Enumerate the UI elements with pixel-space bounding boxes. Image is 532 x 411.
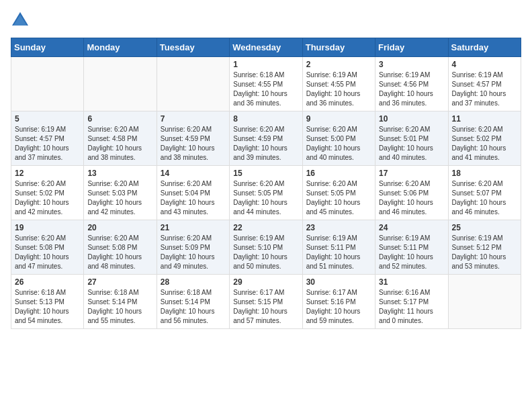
day-info: Sunrise: 6:20 AM Sunset: 4:58 PM Dayligh… (87, 125, 152, 163)
day-number: 20 (87, 223, 152, 232)
day-info: Sunrise: 6:20 AM Sunset: 5:07 PM Dayligh… (452, 179, 517, 217)
calendar-cell (84, 57, 157, 111)
calendar-week-2: 5Sunrise: 6:19 AM Sunset: 4:57 PM Daylig… (11, 111, 521, 166)
day-info: Sunrise: 6:20 AM Sunset: 5:01 PM Dayligh… (379, 125, 444, 163)
day-info: Sunrise: 6:18 AM Sunset: 5:14 PM Dayligh… (161, 288, 226, 326)
day-info: Sunrise: 6:16 AM Sunset: 5:17 PM Dayligh… (379, 288, 444, 326)
day-number: 8 (233, 114, 298, 124)
day-number: 9 (306, 114, 371, 124)
calendar-cell: 4Sunrise: 6:19 AM Sunset: 4:57 PM Daylig… (448, 57, 521, 111)
day-number: 7 (161, 114, 226, 124)
day-number: 18 (452, 169, 517, 178)
calendar-cell: 8Sunrise: 6:20 AM Sunset: 4:59 PM Daylig… (230, 111, 302, 166)
day-number: 16 (306, 169, 371, 178)
day-info: Sunrise: 6:20 AM Sunset: 5:09 PM Dayligh… (161, 234, 226, 271)
calendar-cell (11, 57, 84, 111)
day-header-sunday: Sunday (11, 38, 84, 57)
day-info: Sunrise: 6:20 AM Sunset: 4:59 PM Dayligh… (161, 125, 226, 163)
calendar-cell: 12Sunrise: 6:20 AM Sunset: 5:02 PM Dayli… (11, 166, 84, 220)
calendar-cell: 24Sunrise: 6:19 AM Sunset: 5:11 PM Dayli… (375, 220, 448, 275)
day-number: 5 (15, 114, 80, 124)
day-info: Sunrise: 6:19 AM Sunset: 5:12 PM Dayligh… (452, 234, 517, 271)
day-info: Sunrise: 6:18 AM Sunset: 4:55 PM Dayligh… (233, 71, 298, 108)
calendar-cell: 13Sunrise: 6:20 AM Sunset: 5:03 PM Dayli… (84, 166, 157, 220)
day-info: Sunrise: 6:20 AM Sunset: 4:59 PM Dayligh… (233, 125, 298, 163)
day-info: Sunrise: 6:18 AM Sunset: 5:13 PM Dayligh… (15, 288, 80, 326)
day-number: 27 (87, 277, 152, 287)
calendar-cell: 17Sunrise: 6:20 AM Sunset: 5:06 PM Dayli… (375, 166, 448, 220)
day-number: 25 (452, 223, 517, 232)
day-header-thursday: Thursday (302, 38, 375, 57)
calendar-cell: 20Sunrise: 6:20 AM Sunset: 5:08 PM Dayli… (84, 220, 157, 275)
day-number: 28 (161, 277, 226, 287)
page-header (11, 11, 521, 30)
calendar-cell: 27Sunrise: 6:18 AM Sunset: 5:14 PM Dayli… (84, 275, 157, 329)
calendar-cell: 1Sunrise: 6:18 AM Sunset: 4:55 PM Daylig… (230, 57, 302, 111)
calendar-table: SundayMondayTuesdayWednesdayThursdayFrid… (11, 38, 521, 329)
day-info: Sunrise: 6:19 AM Sunset: 4:56 PM Dayligh… (379, 71, 444, 108)
day-number: 12 (15, 169, 80, 178)
day-number: 26 (15, 277, 80, 287)
calendar-cell (157, 57, 229, 111)
day-number: 10 (379, 114, 444, 124)
day-info: Sunrise: 6:19 AM Sunset: 4:57 PM Dayligh… (15, 125, 80, 163)
day-number: 14 (161, 169, 226, 178)
day-info: Sunrise: 6:20 AM Sunset: 5:02 PM Dayligh… (15, 179, 80, 217)
calendar-week-4: 19Sunrise: 6:20 AM Sunset: 5:08 PM Dayli… (11, 220, 521, 275)
day-info: Sunrise: 6:20 AM Sunset: 5:04 PM Dayligh… (161, 179, 226, 217)
calendar-cell: 14Sunrise: 6:20 AM Sunset: 5:04 PM Dayli… (157, 166, 229, 220)
calendar-cell: 31Sunrise: 6:16 AM Sunset: 5:17 PM Dayli… (375, 275, 448, 329)
calendar-cell: 30Sunrise: 6:17 AM Sunset: 5:16 PM Dayli… (302, 275, 375, 329)
day-info: Sunrise: 6:19 AM Sunset: 5:10 PM Dayligh… (233, 234, 298, 271)
calendar-cell: 11Sunrise: 6:20 AM Sunset: 5:02 PM Dayli… (448, 111, 521, 166)
day-info: Sunrise: 6:20 AM Sunset: 5:03 PM Dayligh… (87, 179, 152, 217)
day-info: Sunrise: 6:20 AM Sunset: 5:06 PM Dayligh… (379, 179, 444, 217)
calendar-cell: 10Sunrise: 6:20 AM Sunset: 5:01 PM Dayli… (375, 111, 448, 166)
day-info: Sunrise: 6:20 AM Sunset: 5:08 PM Dayligh… (15, 234, 80, 271)
calendar-cell: 26Sunrise: 6:18 AM Sunset: 5:13 PM Dayli… (11, 275, 84, 329)
calendar-cell: 19Sunrise: 6:20 AM Sunset: 5:08 PM Dayli… (11, 220, 84, 275)
calendar-cell: 25Sunrise: 6:19 AM Sunset: 5:12 PM Dayli… (448, 220, 521, 275)
day-header-friday: Friday (375, 38, 448, 57)
calendar-cell: 29Sunrise: 6:17 AM Sunset: 5:15 PM Dayli… (230, 275, 302, 329)
day-number: 13 (87, 169, 152, 178)
calendar-cell: 5Sunrise: 6:19 AM Sunset: 4:57 PM Daylig… (11, 111, 84, 166)
calendar-cell: 23Sunrise: 6:19 AM Sunset: 5:11 PM Dayli… (302, 220, 375, 275)
day-number: 23 (306, 223, 371, 232)
day-info: Sunrise: 6:20 AM Sunset: 5:08 PM Dayligh… (87, 234, 152, 271)
calendar-cell: 3Sunrise: 6:19 AM Sunset: 4:56 PM Daylig… (375, 57, 448, 111)
day-info: Sunrise: 6:19 AM Sunset: 5:11 PM Dayligh… (306, 234, 371, 271)
calendar-week-3: 12Sunrise: 6:20 AM Sunset: 5:02 PM Dayli… (11, 166, 521, 220)
calendar-cell: 16Sunrise: 6:20 AM Sunset: 5:05 PM Dayli… (302, 166, 375, 220)
day-header-wednesday: Wednesday (230, 38, 302, 57)
day-number: 4 (452, 60, 517, 69)
calendar-cell: 6Sunrise: 6:20 AM Sunset: 4:58 PM Daylig… (84, 111, 157, 166)
day-number: 31 (379, 277, 444, 287)
day-number: 30 (306, 277, 371, 287)
day-info: Sunrise: 6:18 AM Sunset: 5:14 PM Dayligh… (87, 288, 152, 326)
calendar-cell: 15Sunrise: 6:20 AM Sunset: 5:05 PM Dayli… (230, 166, 302, 220)
day-info: Sunrise: 6:20 AM Sunset: 5:05 PM Dayligh… (306, 179, 371, 217)
day-number: 15 (233, 169, 298, 178)
calendar-cell: 9Sunrise: 6:20 AM Sunset: 5:00 PM Daylig… (302, 111, 375, 166)
day-number: 19 (15, 223, 80, 232)
day-number: 29 (233, 277, 298, 287)
calendar-cell: 21Sunrise: 6:20 AM Sunset: 5:09 PM Dayli… (157, 220, 229, 275)
logo (11, 11, 32, 30)
day-info: Sunrise: 6:19 AM Sunset: 4:55 PM Dayligh… (306, 71, 371, 108)
day-header-tuesday: Tuesday (157, 38, 229, 57)
calendar-cell: 22Sunrise: 6:19 AM Sunset: 5:10 PM Dayli… (230, 220, 302, 275)
calendar-cell: 28Sunrise: 6:18 AM Sunset: 5:14 PM Dayli… (157, 275, 229, 329)
day-info: Sunrise: 6:17 AM Sunset: 5:16 PM Dayligh… (306, 288, 371, 326)
day-number: 2 (306, 60, 371, 69)
day-info: Sunrise: 6:20 AM Sunset: 5:02 PM Dayligh… (452, 125, 517, 163)
day-number: 17 (379, 169, 444, 178)
calendar-header-row: SundayMondayTuesdayWednesdayThursdayFrid… (11, 38, 521, 57)
day-info: Sunrise: 6:20 AM Sunset: 5:00 PM Dayligh… (306, 125, 371, 163)
calendar-cell: 18Sunrise: 6:20 AM Sunset: 5:07 PM Dayli… (448, 166, 521, 220)
day-header-saturday: Saturday (448, 38, 521, 57)
day-number: 11 (452, 114, 517, 124)
day-info: Sunrise: 6:17 AM Sunset: 5:15 PM Dayligh… (233, 288, 298, 326)
day-number: 24 (379, 223, 444, 232)
calendar-week-1: 1Sunrise: 6:18 AM Sunset: 4:55 PM Daylig… (11, 57, 521, 111)
